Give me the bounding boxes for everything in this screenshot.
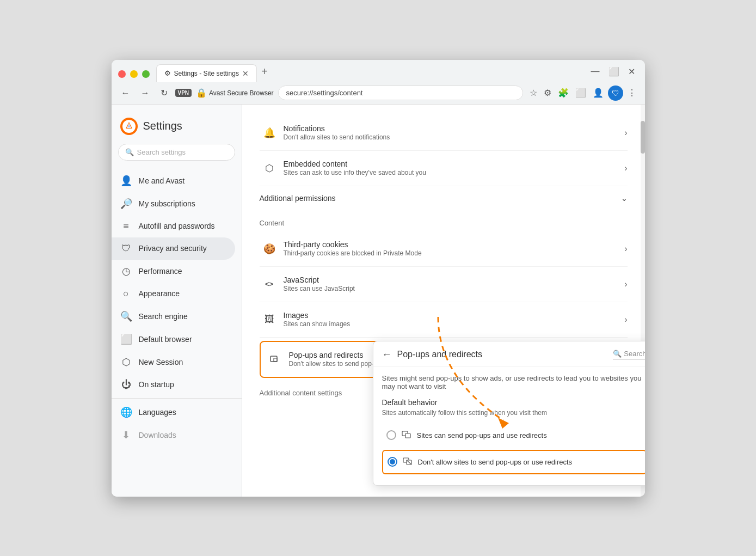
vpn-badge: VPN [175, 89, 192, 97]
tab-close-button[interactable]: ✕ [242, 69, 249, 78]
nav-bar: ← → ↻ VPN 🔒 Avast Secure Browser secure:… [112, 82, 645, 105]
embedded-content-arrow: › [624, 163, 627, 173]
radio-option-block[interactable]: Don't allow sites to send pop-ups or use… [382, 450, 645, 474]
sidebar-item-search-engine[interactable]: 🔍 Search engine [112, 305, 235, 328]
menu-icon[interactable]: ⋮ [625, 85, 638, 100]
images-desc: Sites can show images [284, 320, 625, 328]
block-icon [403, 456, 413, 468]
extensions-icon[interactable]: 🧩 [556, 85, 571, 100]
embedded-content-title: Embedded content [284, 160, 625, 168]
minimize-window-button[interactable]: — [588, 65, 603, 78]
new-tab-button[interactable]: + [257, 65, 272, 82]
sidebar-item-languages-label: Languages [139, 408, 176, 417]
default-behavior-label: Default behavior [382, 398, 645, 407]
sidebar-item-appearance[interactable]: ○ Appearance [112, 283, 235, 305]
embedded-content-desc: Sites can ask to use info they've saved … [284, 169, 625, 176]
forward-button[interactable]: → [138, 86, 153, 100]
sidebar-item-languages[interactable]: 🌐 Languages [112, 401, 235, 424]
popup-panel-title: Pop-ups and redirects [397, 350, 613, 359]
additional-permissions-chevron: ⌄ [621, 194, 628, 203]
search-placeholder: Search settings [137, 148, 186, 156]
sidebar-item-autofill[interactable]: ≡ Autofill and passwords [112, 215, 235, 237]
default-browser-icon: ⬜ [120, 333, 132, 345]
active-tab[interactable]: ⚙ Settings - Site settings ✕ [156, 64, 257, 82]
sidebar-item-new-session-label: New Session [139, 358, 183, 366]
sidebar-item-autofill-label: Autofill and passwords [139, 222, 215, 230]
main-area: Settings 🔍 Search settings 👤 Me and Avas… [112, 105, 645, 497]
popup-panel-search[interactable]: 🔍 Search [613, 350, 644, 359]
javascript-desc: Sites can use JavaScript [284, 285, 625, 292]
notifications-title: Notifications [284, 124, 625, 133]
sidebar-item-privacy-security[interactable]: 🛡 Privacy and security [112, 237, 235, 260]
restore-window-button[interactable]: ⬜ [605, 65, 623, 78]
settings-header: Settings [112, 113, 242, 144]
radio-option-allow[interactable]: Sites can send pop-ups and use redirects [382, 424, 645, 447]
tab-title: Settings - Site settings [174, 70, 239, 77]
sidebar-item-default-browser[interactable]: ⬜ Default browser [112, 328, 235, 351]
embedded-content-row[interactable]: ⬡ Embedded content Sites can ask to use … [260, 151, 628, 186]
radio-circle-allow [386, 430, 396, 440]
popup-panel-back-button[interactable]: ← [382, 349, 392, 361]
notifications-row[interactable]: 🔔 Notifications Don't allow sites to sen… [260, 115, 628, 151]
popups-redirects-icon [265, 350, 285, 369]
javascript-title: JavaScript [284, 276, 625, 284]
avast-logo [120, 118, 138, 135]
search-icon: 🔍 [125, 148, 134, 156]
tab-bar: ⚙ Settings - Site settings ✕ + [156, 64, 586, 82]
address-text: secure://settings/content [286, 89, 363, 97]
sidebar-item-on-startup-label: On startup [139, 380, 174, 389]
javascript-row[interactable]: <> JavaScript Sites can use JavaScript › [260, 267, 628, 302]
avast-shield-button[interactable]: 🛡 [608, 85, 623, 101]
third-party-cookies-icon: 🍪 [260, 239, 279, 259]
popup-search-icon: 🔍 [613, 350, 622, 358]
sidebar-item-me-and-avast-label: Me and Avast [139, 176, 185, 185]
sidebar-item-downloads-label: Downloads [139, 431, 176, 439]
settings-icon[interactable]: ⚙ [542, 85, 554, 100]
languages-icon: 🌐 [120, 406, 132, 418]
browser-window: ⚙ Settings - Site settings ✕ + — ⬜ ✕ ← →… [112, 60, 645, 497]
sidebar-items: 👤 Me and Avast 🔎 My subscriptions ≡ Auto… [112, 169, 242, 447]
window-minimize-button[interactable] [130, 70, 138, 78]
sidebar-item-new-session[interactable]: ⬡ New Session [112, 351, 235, 374]
additional-permissions-row[interactable]: Additional permissions ⌄ [260, 186, 628, 210]
window-close-button[interactable] [118, 70, 126, 78]
third-party-cookies-desc: Third-party cookies are blocked in Priva… [284, 249, 625, 257]
sidebar-item-appearance-label: Appearance [139, 289, 180, 298]
sidebar-item-me-and-avast[interactable]: 👤 Me and Avast [112, 169, 235, 192]
images-row[interactable]: 🖼 Images Sites can show images › [260, 302, 628, 338]
third-party-cookies-row[interactable]: 🍪 Third-party cookies Third-party cookie… [260, 231, 628, 267]
window-maximize-button[interactable] [142, 70, 150, 78]
sidebar-item-performance[interactable]: ◷ Performance [112, 260, 235, 283]
close-window-button[interactable]: ✕ [625, 65, 638, 78]
sidebar-item-performance-label: Performance [139, 267, 182, 276]
search-engine-icon: 🔍 [120, 310, 132, 322]
search-bar[interactable]: 🔍 Search settings [118, 144, 235, 161]
sidebar-item-downloads[interactable]: ⬇ Downloads [112, 424, 235, 447]
popup-panel-body: Sites might send pop-ups to show ads, or… [373, 366, 645, 485]
on-startup-icon: ⏻ [120, 379, 132, 390]
notifications-desc: Don't allow sites to send notifications [284, 133, 625, 141]
images-icon: 🖼 [260, 310, 279, 329]
settings-title: Settings [143, 120, 182, 132]
allow-icon [402, 430, 411, 441]
profile-icon[interactable]: 👤 [591, 85, 606, 100]
images-text: Images Sites can show images [284, 311, 625, 328]
sidebar-item-on-startup[interactable]: ⏻ On startup [112, 374, 235, 396]
svg-rect-8 [405, 433, 410, 438]
third-party-cookies-title: Third-party cookies [284, 240, 625, 249]
split-view-icon[interactable]: ⬜ [573, 85, 588, 100]
reload-button[interactable]: ↻ [157, 85, 171, 100]
javascript-text: JavaScript Sites can use JavaScript [284, 276, 625, 292]
avast-browser-logo: 🔒 Avast Secure Browser [196, 88, 274, 98]
back-button[interactable]: ← [118, 86, 133, 100]
bookmark-icon[interactable]: ☆ [527, 85, 539, 100]
default-behavior-desc: Sites automatically follow this setting … [382, 409, 645, 417]
javascript-arrow: › [624, 279, 627, 289]
sidebar-item-my-subscriptions[interactable]: 🔎 My subscriptions [112, 192, 235, 215]
notifications-icon: 🔔 [260, 123, 279, 143]
notifications-arrow: › [624, 128, 627, 138]
sidebar-item-my-subscriptions-label: My subscriptions [139, 199, 195, 208]
content-scroll-thumb [641, 121, 645, 154]
address-bar[interactable]: secure://settings/content [278, 85, 523, 100]
radio-block-label: Don't allow sites to send pop-ups or use… [418, 458, 573, 466]
